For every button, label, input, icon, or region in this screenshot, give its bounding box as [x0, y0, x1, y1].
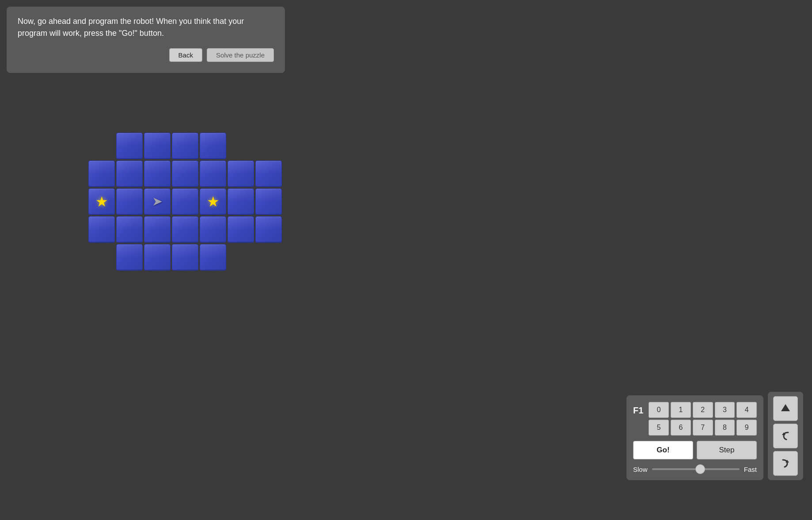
tile-r4c3 — [200, 244, 226, 271]
instruction-line1: Now, go ahead and program the robot! Whe… — [18, 17, 244, 26]
tile-r2c2-robot — [144, 188, 171, 215]
fast-label: Fast — [744, 466, 757, 473]
num-1[interactable]: 1 — [671, 402, 691, 418]
grid-row-0 — [116, 133, 282, 159]
tile-r0c2 — [172, 133, 198, 159]
tile-r4c0 — [116, 244, 143, 271]
tile-r2c0-star: ★ — [88, 188, 115, 215]
instruction-buttons: Back Solve the puzzle — [18, 48, 274, 62]
tile-r2c4-star: ★ — [200, 188, 226, 215]
speed-slider-container — [652, 465, 740, 474]
tile-r3c1 — [116, 216, 143, 243]
tile-r4c2 — [172, 244, 198, 271]
tile-r1c2 — [144, 161, 171, 187]
grid-row-1 — [88, 161, 282, 187]
tile-r3c5 — [228, 216, 254, 243]
instruction-panel: Now, go ahead and program the robot! Whe… — [7, 7, 285, 73]
tile-r2c6 — [255, 188, 282, 215]
tile-r1c5 — [228, 161, 254, 187]
arrow-up-button[interactable] — [773, 396, 798, 421]
num-4[interactable]: 4 — [736, 402, 757, 418]
tile-r1c6 — [255, 161, 282, 187]
tile-r3c4 — [200, 216, 226, 243]
speed-track — [652, 468, 740, 470]
grid-row-3 — [88, 216, 282, 243]
tile-r2c1 — [116, 188, 143, 215]
svg-marker-1 — [781, 404, 790, 411]
tile-r0c3 — [200, 133, 226, 159]
instruction-line2: program will work, press the "Go!" butto… — [18, 29, 164, 38]
star-left-icon: ★ — [95, 193, 108, 210]
num-2[interactable]: 2 — [693, 402, 713, 418]
num-8[interactable]: 8 — [715, 420, 735, 436]
arrows-panel — [768, 392, 803, 480]
instruction-text: Now, go ahead and program the robot! Whe… — [18, 15, 274, 39]
robot-icon — [149, 194, 165, 210]
tile-r2c3 — [172, 188, 198, 215]
step-button[interactable]: Step — [697, 441, 757, 459]
grid-row-2: ★ ★ — [88, 188, 282, 215]
f1-section: F1 0 1 2 3 4 5 6 7 8 9 — [633, 402, 757, 436]
tile-r1c3 — [172, 161, 198, 187]
num-7[interactable]: 7 — [693, 420, 713, 436]
tile-r0c0 — [116, 133, 143, 159]
solve-button[interactable]: Solve the puzzle — [207, 48, 274, 62]
arrow-turn-right-button[interactable] — [773, 451, 798, 476]
tile-r1c4 — [200, 161, 226, 187]
slow-label: Slow — [633, 466, 648, 473]
number-grid: 0 1 2 3 4 5 6 7 8 9 — [649, 402, 757, 436]
tile-r0c1 — [144, 133, 171, 159]
f1-label: F1 — [633, 402, 643, 416]
back-button[interactable]: Back — [169, 48, 202, 62]
num-5[interactable]: 5 — [649, 420, 669, 436]
tile-r1c1 — [116, 161, 143, 187]
control-panel: F1 0 1 2 3 4 5 6 7 8 9 Go! Step Slow Fas… — [626, 395, 763, 480]
star-right-icon: ★ — [207, 193, 220, 210]
speed-section: Slow Fast — [633, 465, 757, 474]
tile-r1c0 — [88, 161, 115, 187]
tile-r3c0 — [88, 216, 115, 243]
tile-r3c6 — [255, 216, 282, 243]
num-0[interactable]: 0 — [649, 402, 669, 418]
speed-thumb[interactable] — [695, 464, 705, 474]
grid-wrapper: ★ ★ — [88, 133, 282, 271]
action-buttons: Go! Step — [633, 441, 757, 459]
go-button[interactable]: Go! — [633, 441, 693, 459]
arrow-turn-left-button[interactable] — [773, 424, 798, 448]
svg-marker-0 — [153, 198, 162, 206]
grid-row-4 — [116, 244, 282, 271]
num-6[interactable]: 6 — [671, 420, 691, 436]
tile-r3c2 — [144, 216, 171, 243]
num-3[interactable]: 3 — [715, 402, 735, 418]
puzzle-grid: ★ ★ — [88, 133, 282, 272]
tile-r2c5 — [228, 188, 254, 215]
tile-r4c1 — [144, 244, 171, 271]
tile-r3c3 — [172, 216, 198, 243]
num-9[interactable]: 9 — [736, 420, 757, 436]
